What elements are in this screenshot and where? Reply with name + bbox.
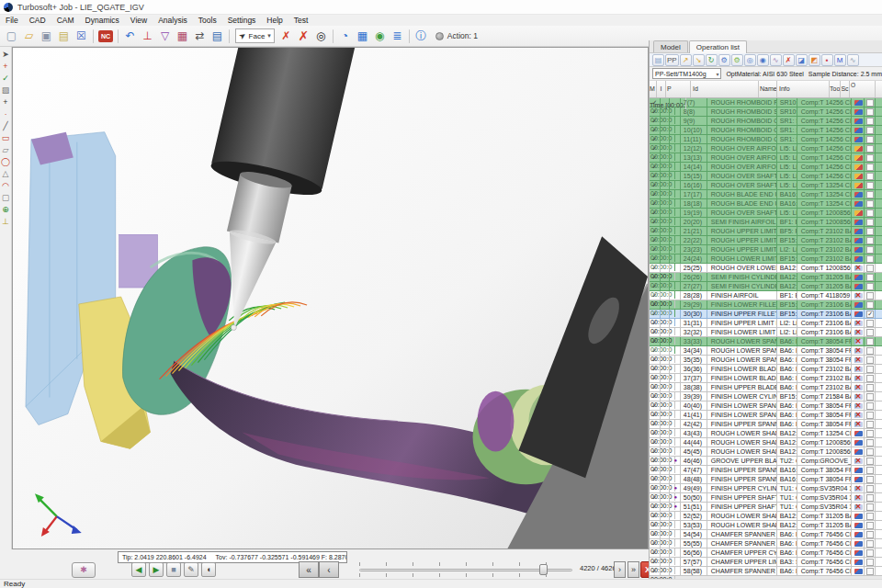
- operation-row[interactable]: ✓ ● 46(46) GROOVE UPPER BLADE E TU2: C C…: [650, 457, 882, 466]
- o-cell[interactable]: [866, 392, 876, 401]
- open-icon[interactable]: ▱: [20, 28, 38, 44]
- enabled-checkbox[interactable]: ✓: [650, 172, 661, 180]
- menu-item[interactable]: CAD: [24, 15, 51, 26]
- delete-icon[interactable]: ✗: [277, 28, 295, 44]
- enabled-checkbox[interactable]: ✓: [650, 346, 661, 355]
- enabled-checkbox[interactable]: ✓: [650, 420, 661, 428]
- o-cell[interactable]: [866, 539, 876, 548]
- operation-row[interactable]: ✓ 13(13) ROUGH OVER AIRFOIL LI LI5: Lir …: [650, 153, 882, 163]
- enabled-checkbox[interactable]: ✓: [650, 512, 661, 520]
- enabled-checkbox[interactable]: ✓: [650, 539, 661, 548]
- enabled-checkbox[interactable]: ✓: [650, 447, 661, 456]
- output-checkbox[interactable]: [866, 274, 874, 281]
- operation-row[interactable]: ✓ 22(22) ROUGH UPPER LIMIT II BF15: I Co…: [650, 236, 882, 245]
- enabled-checkbox[interactable]: ✓: [650, 117, 661, 125]
- enabled-checkbox[interactable]: ✓: [650, 98, 661, 107]
- hatch-icon[interactable]: ▨: [0, 85, 11, 96]
- output-checkbox[interactable]: [866, 549, 874, 557]
- operation-row[interactable]: ✓ 29(29) FINISH LOWER FILLET TO BF15: I …: [650, 300, 882, 310]
- o-cell[interactable]: [866, 172, 876, 180]
- o-cell[interactable]: [866, 227, 876, 235]
- o-cell[interactable]: [866, 420, 876, 428]
- simulation-slider[interactable]: [359, 562, 572, 577]
- tool-filter-icon[interactable]: ▽: [156, 28, 174, 44]
- output-checkbox[interactable]: [866, 421, 874, 428]
- cross-icon[interactable]: +: [0, 96, 11, 108]
- enabled-checkbox[interactable]: ✓: [650, 374, 661, 382]
- operation-row[interactable]: ✓ 9(9) ROUGH RHOMBOID OVE SR1: S Comp:T …: [650, 117, 882, 126]
- operation-row[interactable]: ✓ 42(42) FINISH UPPER SPANNER BA6: E Com…: [650, 420, 882, 429]
- close-box-icon[interactable]: ☒: [73, 28, 90, 44]
- operation-row[interactable]: ✓ 12(12) ROUGH OVER AIRFOIL LI LI5: Lir …: [650, 144, 882, 153]
- output-checkbox[interactable]: [866, 164, 874, 171]
- enabled-checkbox[interactable]: ✓: [650, 521, 661, 529]
- output-checkbox[interactable]: [866, 366, 874, 373]
- o-cell[interactable]: [866, 163, 876, 171]
- operation-row[interactable]: ✓ 43(43) ROUGH LOWER SHANK BA12: Comp:T …: [650, 429, 882, 438]
- output-checkbox[interactable]: [866, 209, 874, 217]
- operation-row[interactable]: ✓ 19(19) ROUGH OVER SHAFT LI5 LI5: Lir C…: [650, 209, 882, 218]
- o-cell[interactable]: [866, 337, 876, 345]
- enabled-checkbox[interactable]: ✓: [650, 190, 661, 198]
- o-cell[interactable]: [866, 199, 876, 208]
- output-checkbox[interactable]: [866, 356, 874, 364]
- output-checkbox[interactable]: [866, 513, 874, 520]
- transform-icon[interactable]: ✓: [0, 73, 11, 85]
- enabled-checkbox[interactable]: ✓: [650, 135, 661, 143]
- fast-forward-button[interactable]: »: [628, 561, 639, 578]
- o-cell[interactable]: [866, 236, 876, 244]
- enabled-checkbox[interactable]: ✓: [650, 567, 661, 575]
- enabled-checkbox[interactable]: ✓: [650, 291, 661, 300]
- enabled-checkbox[interactable]: ✓: [650, 236, 661, 244]
- output-checkbox[interactable]: [866, 320, 874, 327]
- enabled-checkbox[interactable]: ✓: [650, 273, 661, 281]
- o-cell[interactable]: [866, 567, 876, 575]
- o-cell[interactable]: [866, 98, 876, 107]
- point-icon[interactable]: ∙: [0, 108, 11, 120]
- enabled-checkbox[interactable]: ✓: [650, 227, 661, 235]
- output-checkbox[interactable]: [866, 191, 874, 198]
- enabled-checkbox[interactable]: ✓: [650, 558, 661, 566]
- enabled-checkbox[interactable]: ✓: [650, 282, 661, 290]
- output-checkbox[interactable]: [866, 329, 874, 336]
- enabled-checkbox[interactable]: ✓: [650, 548, 661, 557]
- enabled-checkbox[interactable]: ✓: [650, 254, 661, 263]
- menu-item[interactable]: View: [125, 15, 153, 26]
- o-cell[interactable]: [866, 190, 876, 198]
- transfer-icon[interactable]: ⇄: [191, 28, 209, 44]
- column-header[interactable]: Info: [777, 81, 830, 97]
- output-checkbox[interactable]: [866, 393, 874, 401]
- operation-row[interactable]: ✓ 24(24) ROUGH LOWER LIMIT BF15: I Comp:…: [650, 254, 882, 264]
- operation-row[interactable]: ✓ 48(48) FINISH UPPER SPANNER BA16: Comp…: [650, 475, 882, 484]
- polygon-icon[interactable]: ▱: [0, 144, 11, 156]
- o-cell[interactable]: [866, 493, 876, 502]
- spiral-icon[interactable]: ◎: [312, 28, 330, 44]
- output-checkbox[interactable]: [866, 136, 874, 143]
- operation-row[interactable]: ✓ 28(28) FINISH AIRFOIL BF1: B Comp:T 41…: [650, 291, 882, 300]
- operation-row[interactable]: ✓ 41(41) FINISH LOWER SPANNER BA6: E Com…: [650, 411, 882, 420]
- o-cell[interactable]: [866, 107, 876, 116]
- enabled-checkbox[interactable]: ✓: [650, 209, 661, 217]
- operation-row[interactable]: ✓ 14(14) ROUGH OVER AIRFOIL LI LI5: Lir …: [650, 163, 882, 172]
- output-checkbox[interactable]: [866, 568, 874, 575]
- o-cell[interactable]: [866, 558, 876, 566]
- o-cell[interactable]: [866, 144, 876, 153]
- output-checkbox[interactable]: [866, 108, 874, 116]
- sphere-icon[interactable]: ⊕: [0, 204, 11, 216]
- operation-row[interactable]: ✓ ● 50(50) FINISH UPPER SHAFT Ø1 TU1: C …: [650, 493, 882, 503]
- o-cell[interactable]: [866, 135, 876, 143]
- o-cell[interactable]: [866, 411, 876, 419]
- column-header[interactable]: Id: [691, 81, 759, 97]
- o-cell[interactable]: [866, 117, 876, 125]
- o-cell[interactable]: [866, 356, 876, 364]
- machine-sim-icon[interactable]: M: [834, 54, 846, 66]
- export-icon[interactable]: ▤: [55, 28, 73, 44]
- edit-path-button[interactable]: ✎: [184, 562, 198, 577]
- output-checkbox[interactable]: [866, 182, 874, 189]
- output-checkbox[interactable]: [866, 173, 874, 180]
- enabled-checkbox[interactable]: ✓: [650, 383, 661, 391]
- enabled-checkbox[interactable]: ✓: [650, 328, 661, 336]
- output-checkbox[interactable]: [866, 292, 874, 300]
- operation-row[interactable]: ✓ 8(8) ROUGH RHOMBOID SS SR10: Comp:T 14…: [650, 107, 882, 117]
- pp-icon[interactable]: PP: [665, 54, 679, 66]
